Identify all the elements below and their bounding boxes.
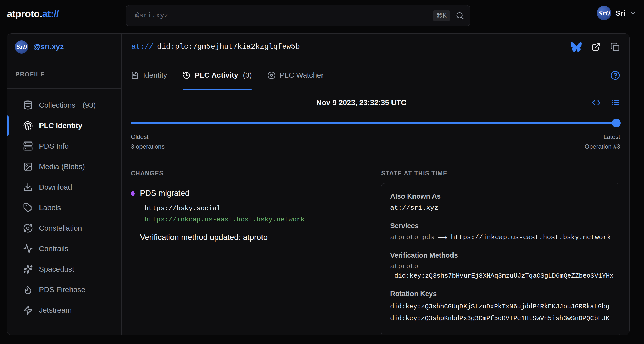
topbar: atproto.at:// ⌘K Sri) Sri	[0, 0, 644, 33]
sidebar-item-label: PDS Firehose	[39, 286, 85, 294]
logo-blue-part: at://	[42, 8, 59, 19]
changes-heading: CHANGES	[131, 170, 369, 177]
tab-bar: Identity PLC Activity (3) PLC Watcher	[122, 60, 629, 90]
tab-label: PLC Watcher	[280, 71, 324, 79]
changes-column: CHANGES PDS migrated https://bsky.social…	[131, 170, 369, 335]
sidebar-item-label: PDS Info	[39, 142, 69, 150]
main-panel: at://did:plc:7gm5ejhut7kia2kzglqfew5b Id…	[122, 34, 629, 335]
sidebar-item-label: Contrails	[39, 245, 68, 253]
user-menu[interactable]: Sri) Sri	[597, 6, 636, 20]
slider-left-labels: Oldest 3 operations	[131, 132, 165, 151]
sidebar-item-jetstream[interactable]: Jetstream	[7, 300, 121, 320]
rotation-keys-group: Rotation Keys did:key:zQ3shhCGUqDKjStzuD…	[390, 290, 611, 325]
vm-key: did:key:zQ3shs7bHvurEj8XNAq3mzuUJzTqaCSg…	[394, 272, 611, 280]
state-column: STATE AT THIS TIME Also Known As at://sr…	[381, 170, 620, 335]
user-name: Sri	[615, 9, 626, 17]
global-search[interactable]: ⌘K	[126, 5, 470, 26]
sidebar-item-labels[interactable]: Labels	[7, 197, 121, 218]
operation-slider[interactable]	[131, 119, 620, 127]
list-icon[interactable]	[611, 98, 620, 107]
sidebar-item-pds-firehose[interactable]: PDS Firehose	[7, 279, 121, 300]
sidebar-item-label: PLC Identity	[39, 122, 82, 130]
sidebar-item-media-blobs[interactable]: Media (Blobs)	[7, 156, 121, 177]
operation-detail: CHANGES PDS migrated https://bsky.social…	[122, 162, 629, 335]
did-uri: at://did:plc:7gm5ejhut7kia2kzglqfew5b	[131, 43, 300, 51]
tab-plc-activity[interactable]: PLC Activity (3)	[183, 60, 252, 90]
state-panel: Also Known As at://sri.xyz Services atpr…	[381, 183, 620, 335]
sidebar-item-spacedust[interactable]: Spacedust	[7, 259, 121, 279]
external-link-icon[interactable]	[591, 42, 601, 52]
search-icon[interactable]	[456, 12, 464, 20]
copy-icon[interactable]	[610, 42, 620, 52]
sidebar-item-collections[interactable]: Collections (93)	[7, 95, 121, 115]
did-actions	[571, 42, 620, 52]
tab-label: PLC Activity	[195, 71, 238, 79]
sidebar-item-constellation[interactable]: Constellation	[7, 218, 121, 238]
operation-timestamp: Nov 9 2023, 23:32:35 UTC	[131, 98, 592, 107]
rotation-key: did:key:zQ3shpKnbdPx3g3CmPf5cRVTPe1HtSwV…	[390, 313, 611, 325]
service-name: atproto_pds	[390, 234, 434, 241]
profile-section-header: PROFILE	[7, 60, 121, 89]
tab-count: (3)	[243, 71, 252, 79]
avatar: Sri)	[597, 6, 611, 20]
profile-section-label: PROFILE	[15, 71, 45, 78]
sidebar-item-contrails[interactable]: Contrails	[7, 238, 121, 259]
avatar-small: Sri)	[15, 40, 28, 54]
added-url: https://inkcap.us-east.host.bsky.network	[145, 216, 369, 224]
logo-white-part: atproto.	[7, 8, 42, 19]
at-scheme: at://	[131, 43, 154, 51]
service-entry: atproto_pds ⟶ https://inkcap.us-east.hos…	[390, 234, 611, 241]
fingerprint-icon	[23, 121, 33, 130]
activity-icon	[23, 244, 33, 254]
state-heading: STATE AT THIS TIME	[381, 170, 620, 177]
server-icon	[23, 141, 33, 151]
service-url: https://inkcap.us-east.host.bsky.network	[451, 234, 611, 241]
change-note: Verification method updated: atproto	[140, 233, 369, 242]
did-header: at://did:plc:7gm5ejhut7kia2kzglqfew5b	[122, 34, 629, 60]
sidebar-item-label: Labels	[39, 204, 61, 212]
rotation-keys-label: Rotation Keys	[390, 290, 611, 298]
search-input[interactable]	[135, 12, 433, 20]
sidebar-item-label: Jetstream	[39, 306, 72, 315]
sidebar-item-download[interactable]: Download	[7, 177, 121, 197]
services-label: Services	[390, 222, 611, 230]
change-title: PDS migrated	[140, 189, 369, 198]
code-icon[interactable]	[592, 98, 601, 107]
sidebar-item-label: Spacedust	[39, 265, 74, 274]
sidebar-item-plc-identity[interactable]: PLC Identity	[7, 115, 121, 136]
slider-right-labels: Latest Operation #3	[585, 132, 620, 151]
file-text-icon	[131, 71, 139, 79]
services-group: Services atproto_pds ⟶ https://inkcap.us…	[390, 222, 611, 241]
circle-dot-icon	[267, 71, 276, 79]
sparkles-icon	[23, 264, 33, 274]
arrow-right-icon: ⟶	[438, 234, 447, 241]
slider-knob[interactable]	[612, 119, 621, 127]
sidebar-menu: Collections (93) PLC Identity PDS Info M…	[7, 89, 121, 320]
tab-identity[interactable]: Identity	[131, 60, 167, 90]
sidebar-item-pds-info[interactable]: PDS Info	[7, 136, 121, 156]
tab-label: Identity	[143, 71, 167, 79]
operation-number: Operation #3	[585, 142, 620, 151]
zap-icon	[23, 305, 33, 315]
tab-plc-watcher[interactable]: PLC Watcher	[267, 60, 324, 90]
verification-methods-group: Verification Methods atproto did:key:zQ3…	[390, 251, 611, 280]
timeline-section: Nov 9 2023, 23:32:35 UTC Oldest 3 operat…	[122, 90, 629, 162]
sidebar-item-label: Download	[39, 183, 72, 191]
bluesky-butterfly-icon[interactable]	[571, 42, 582, 52]
also-known-as-group: Also Known As at://sri.xyz	[390, 193, 611, 212]
help-circle-icon[interactable]	[610, 70, 620, 80]
orbit-icon	[23, 223, 33, 233]
vm-name: atproto	[390, 262, 611, 270]
sidebar-item-count: (93)	[83, 101, 96, 109]
vm-label: Verification Methods	[390, 251, 611, 259]
sidebar-item-label: Media (Blobs)	[39, 163, 85, 171]
rotation-key: did:key:zQ3shhCGUqDKjStzuDxPkTxN6ujddP4R…	[390, 301, 611, 313]
history-icon	[183, 71, 191, 79]
app-logo[interactable]: atproto.at://	[7, 8, 59, 19]
oldest-label: Oldest	[131, 132, 165, 142]
view-toggles	[592, 98, 620, 107]
slider-track[interactable]	[131, 122, 620, 124]
download-icon	[23, 182, 33, 192]
profile-handle-link[interactable]: Sri) @sri.xyz	[7, 34, 121, 60]
sidebar-item-label: Collections	[39, 101, 75, 109]
